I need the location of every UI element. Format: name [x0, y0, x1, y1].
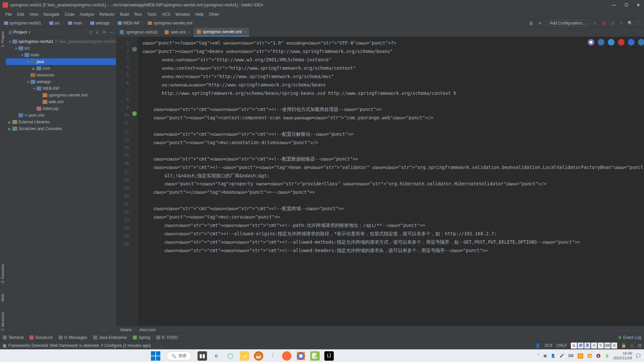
menu-navigate[interactable]: Navigate: [41, 11, 62, 18]
tray-battery-icon[interactable]: 🔋: [605, 354, 609, 358]
collapse-icon[interactable]: ⇊: [96, 30, 99, 35]
close-button[interactable]: ✕: [635, 2, 641, 8]
taskbar-clock[interactable]: 16:40 2022/11/19: [613, 351, 632, 360]
event-log-button[interactable]: Event Log: [623, 335, 641, 340]
menu-other[interactable]: Other: [206, 11, 222, 18]
debug-button[interactable]: 🐞: [601, 20, 606, 26]
menu-window[interactable]: Window: [173, 11, 193, 18]
lock-icon[interactable]: 🔒: [621, 343, 626, 348]
editor-body[interactable]: 1234567891011121314151617181920212223242…: [116, 37, 644, 326]
tree-src[interactable]: ▼src: [6, 45, 116, 52]
intellij-icon[interactable]: IJ: [324, 351, 334, 361]
tree-pom[interactable]: m pom.xml: [6, 112, 116, 119]
gear-icon[interactable]: ⚙: [102, 30, 106, 35]
crumb-root[interactable]: springmvc-resful1: [3, 21, 43, 25]
ie-icon[interactable]: [628, 39, 635, 46]
menu-run[interactable]: Run: [132, 11, 145, 18]
minimize-button[interactable]: —: [611, 2, 617, 8]
coverage-button[interactable]: ▣: [610, 20, 615, 26]
firefox-icon[interactable]: [598, 39, 604, 46]
tree-scratches[interactable]: ▶Scratches and Consoles: [6, 125, 116, 132]
run-button[interactable]: ▶: [592, 20, 598, 26]
notification-center-icon[interactable]: 💬: [636, 354, 641, 358]
toolbox-icon[interactable]: ⬚: [636, 20, 641, 26]
crumb-mvc-cors[interactable]: mvc:cors: [140, 327, 156, 332]
menu-refactor[interactable]: Refactor: [97, 11, 117, 18]
opera-icon[interactable]: [618, 39, 625, 46]
tool-windows-icon[interactable]: ▦: [3, 343, 6, 348]
crumb-src[interactable]: src: [48, 21, 61, 25]
project-label[interactable]: Project: [13, 30, 27, 35]
hammer-icon[interactable]: ⬊: [537, 20, 543, 26]
postman-icon[interactable]: [282, 351, 291, 361]
tree-java[interactable]: ▼java: [6, 58, 116, 65]
tray-people-icon[interactable]: 👤: [551, 354, 555, 358]
menu-vcs[interactable]: VCS: [159, 11, 173, 18]
tw-spring[interactable]: Spring: [133, 335, 150, 340]
tray-g-icon[interactable]: G: [578, 353, 583, 359]
tree-webapp[interactable]: ▼webapp: [6, 78, 116, 85]
add-configuration-button[interactable]: Add Configuration...: [546, 20, 589, 26]
left-tab-favorites[interactable]: 2: Favorites: [0, 262, 5, 285]
tree-webinf[interactable]: ▼WEB-INF: [6, 85, 116, 92]
tab-module[interactable]: springmvc-resful1: [116, 27, 161, 37]
build-icon[interactable]: ▦: [529, 20, 534, 26]
edge-app-icon[interactable]: e: [212, 351, 221, 361]
project-tree[interactable]: ▼springmvc-resful1F:\two_java\two\spring…: [6, 37, 116, 333]
menu-build[interactable]: Build: [117, 11, 132, 18]
spring-bean-icon[interactable]: [132, 47, 137, 52]
java-icon[interactable]: ☕: [254, 351, 263, 361]
menu-file[interactable]: File: [3, 11, 14, 18]
target-icon[interactable]: ⊙: [89, 30, 92, 35]
menu-analyze[interactable]: Analyze: [77, 11, 97, 18]
close-icon[interactable]: ×: [187, 30, 190, 34]
edge-icon[interactable]: [638, 39, 644, 46]
tab-web-xml[interactable]: web.xml×: [161, 27, 193, 37]
tree-resources[interactable]: resources: [6, 72, 116, 78]
code-editor[interactable]: class="punct"><?class="tag">xml version=…: [139, 37, 644, 326]
menu-view[interactable]: View: [27, 11, 41, 18]
tray-wifi-icon[interactable]: 📶: [587, 354, 592, 358]
wechat-icon[interactable]: ◯: [226, 351, 235, 361]
tw-terminal[interactable]: Terminal: [3, 335, 23, 340]
tray-app-icon[interactable]: ▦: [543, 354, 547, 358]
close-icon[interactable]: ×: [244, 30, 246, 34]
taskview-icon[interactable]: ▮▮: [198, 351, 207, 361]
hector-icon[interactable]: 👤: [535, 343, 540, 348]
menu-tools[interactable]: Tools: [145, 11, 159, 18]
left-tab-project[interactable]: 1: Project: [0, 29, 5, 49]
tree-root[interactable]: ▼springmvc-resful1F:\two_java\two\spring…: [6, 38, 116, 45]
memory-icon[interactable]: ⊡: [638, 343, 641, 348]
start-button[interactable]: [151, 351, 160, 361]
tw-sonarlint[interactable]: SonarLint: [30, 335, 52, 340]
crumb-file[interactable]: springmvc-servlet.xml: [147, 21, 194, 25]
explorer-icon[interactable]: 📁: [240, 351, 249, 361]
tw-java-enterprise[interactable]: Java Enterprise: [93, 335, 127, 340]
left-tab-web[interactable]: Web: [0, 292, 5, 303]
notification-icon[interactable]: ⚠: [630, 343, 634, 348]
text-icon[interactable]: T: [268, 351, 277, 361]
crumb-webapp[interactable]: webapp: [89, 21, 111, 25]
tab-servlet-xml[interactable]: springmvc-servlet.xml×: [194, 27, 250, 37]
chrome-app-icon[interactable]: [296, 351, 306, 361]
line-separator[interactable]: CRLF: [556, 343, 567, 348]
search-icon[interactable]: 🔍: [627, 20, 633, 26]
tray-chevron-icon[interactable]: ˄: [537, 354, 539, 358]
tw-todo[interactable]: 6: TODO: [156, 335, 178, 340]
chrome-icon[interactable]: [588, 39, 594, 46]
tree-servlet-xml[interactable]: springmvc-servlet.xml: [6, 92, 116, 99]
hide-icon[interactable]: —: [109, 30, 113, 35]
notepad-icon[interactable]: 📝: [310, 351, 320, 361]
tree-external-libs[interactable]: ▶External Libraries: [6, 119, 116, 125]
tray-keyboard-icon[interactable]: ⌨: [568, 354, 574, 358]
tree-com[interactable]: ▶com: [6, 65, 116, 72]
crumb-beans[interactable]: beans: [120, 327, 131, 332]
chevron-down-icon[interactable]: ▾: [29, 30, 31, 35]
tw-messages[interactable]: 0: Messages: [59, 335, 87, 340]
stop-button[interactable]: ■: [619, 20, 624, 26]
crumb-webinf[interactable]: WEB-INF: [116, 21, 142, 25]
taskbar-search[interactable]: 🔍搜索: [166, 351, 192, 360]
tray-volume-icon[interactable]: 🔇: [596, 354, 601, 358]
menu-code[interactable]: Code: [62, 11, 77, 18]
crumb-main[interactable]: main: [67, 21, 84, 25]
